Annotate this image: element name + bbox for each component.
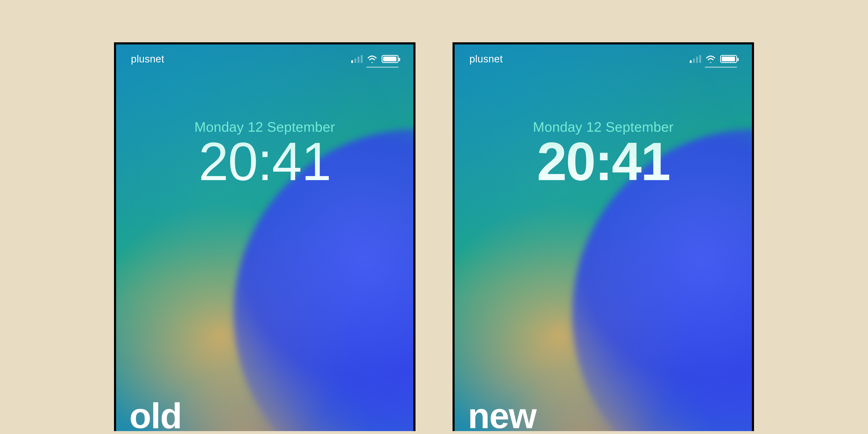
carrier-label: plusnet xyxy=(469,54,503,65)
comparison-label-old: old xyxy=(129,398,182,431)
lock-screen-time: 20:41 xyxy=(116,134,413,188)
status-right-cluster xyxy=(351,55,399,63)
battery-icon xyxy=(720,55,737,63)
wifi-icon xyxy=(705,55,716,63)
lock-screen-time: 20:41 xyxy=(455,134,752,188)
status-bar: plusnet xyxy=(455,44,752,73)
comparison-label-new: new xyxy=(468,398,536,431)
lock-screen-old: plusnet Monday 12 September 20:41 old xyxy=(114,42,415,431)
cellular-signal-icon xyxy=(351,55,363,63)
status-bar: plusnet xyxy=(116,44,413,73)
lock-screen-new: plusnet Monday 12 September 20:41 new xyxy=(453,42,754,431)
carrier-label: plusnet xyxy=(131,54,164,65)
status-right-cluster xyxy=(690,55,737,63)
battery-icon xyxy=(382,55,399,63)
wifi-icon xyxy=(367,55,377,63)
battery-fill xyxy=(383,57,397,61)
battery-fill xyxy=(722,57,735,61)
cellular-signal-icon xyxy=(690,55,701,63)
